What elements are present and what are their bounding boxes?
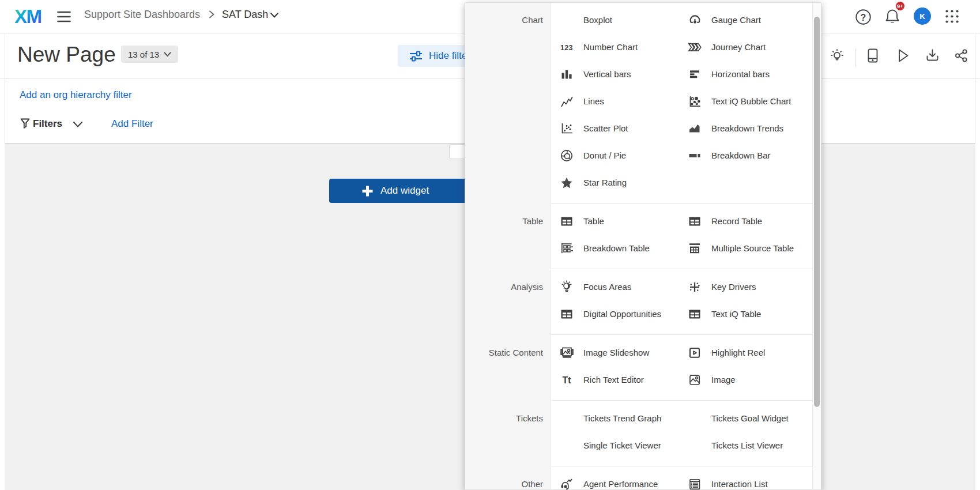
svg-text:123: 123 <box>560 43 573 51</box>
svg-text:XM: XM <box>15 7 42 25</box>
svg-text:Tt: Tt <box>562 375 571 385</box>
svg-text:?: ? <box>861 13 866 22</box>
